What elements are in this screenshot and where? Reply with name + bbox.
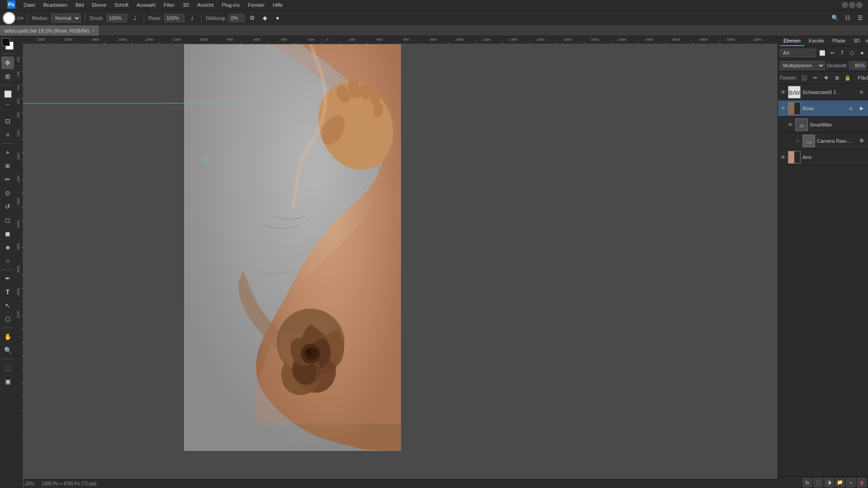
document-tab[interactable]: tattoo.psdc bei 19,2% (Rose, RGB/8#) × bbox=[0, 25, 99, 36]
workspaces-btn[interactable]: ☷ bbox=[843, 13, 853, 23]
menu-filter[interactable]: Filter bbox=[160, 1, 178, 9]
layer-delete-btn[interactable]: 🗑 bbox=[857, 478, 866, 487]
airbrush-toggle[interactable]: ♩ bbox=[130, 13, 140, 23]
menu-ansicht[interactable]: Ansicht bbox=[193, 1, 217, 9]
lock-pixels-btn[interactable]: ✏ bbox=[811, 73, 820, 82]
glaettung-input[interactable]: 0% bbox=[229, 14, 245, 22]
artboard-tool-btn[interactable]: ⊞ bbox=[1, 70, 14, 83]
blur-tool-btn[interactable]: ◈ bbox=[1, 241, 14, 253]
panel-toggle-btn[interactable]: ☰ bbox=[855, 13, 865, 23]
tab-kanaele[interactable]: Kanäle bbox=[805, 36, 828, 46]
layer-group-btn[interactable]: 📁 bbox=[835, 478, 844, 487]
menu-ebene[interactable]: Ebene bbox=[88, 1, 110, 9]
options-bar: 104 Modus: Normal Druck: 100% ♩ Fluss: 1… bbox=[0, 10, 868, 25]
stamp-tool-btn[interactable]: ⊙ bbox=[1, 187, 14, 199]
move-tool-btn[interactable]: ✥ bbox=[1, 56, 14, 69]
filter-text-btn[interactable]: T bbox=[838, 48, 847, 57]
layer-fx-btn[interactable]: fx bbox=[803, 478, 812, 487]
fluss-label: Fluss: bbox=[148, 15, 161, 21]
panel-menu-btn[interactable]: ≡ bbox=[865, 36, 868, 45]
text-tool-btn[interactable]: T bbox=[1, 286, 14, 298]
object-select-tool-btn[interactable]: ⊡ bbox=[1, 115, 14, 127]
menu-schrift[interactable]: Schrift bbox=[111, 1, 132, 9]
shape-tool-btn[interactable]: ⬡ bbox=[1, 313, 14, 325]
menu-bearbeiten[interactable]: Bearbeiten bbox=[40, 1, 71, 9]
svg-rect-108 bbox=[370, 89, 380, 105]
brush-tool-btn[interactable]: ✏ bbox=[1, 173, 14, 186]
layer-schwarzweis[interactable]: 👁 B/W Schwarzweiß 1 fx bbox=[778, 84, 868, 100]
lock-transparency-btn[interactable]: ⬛ bbox=[800, 73, 809, 82]
window-minimize[interactable] bbox=[842, 2, 848, 8]
filter-pixel-btn[interactable]: ⬜ bbox=[818, 48, 827, 57]
smoothing-settings[interactable]: ⚙ bbox=[247, 13, 257, 23]
menu-auswahl[interactable]: Auswahl bbox=[133, 1, 159, 9]
druck-input[interactable]: 100% bbox=[107, 14, 127, 22]
menu-hilfe[interactable]: Hilfe bbox=[269, 1, 286, 9]
crop-tool-btn[interactable]: ⌗ bbox=[1, 128, 14, 141]
path-select-tool-btn[interactable]: ↖ bbox=[1, 299, 14, 312]
layer-eye-rose[interactable]: 👁 bbox=[780, 105, 786, 112]
layer-camera-raw[interactable]: 👁 CR Camera Raw-Filter ⚙ bbox=[778, 133, 868, 149]
history-brush-tool-btn[interactable]: ↺ bbox=[1, 200, 14, 213]
symmetry-toggle[interactable]: ◆ bbox=[260, 13, 270, 23]
window-close[interactable] bbox=[856, 2, 863, 8]
pressure-toggle[interactable]: ● bbox=[273, 13, 283, 23]
menu-bild[interactable]: Bild bbox=[72, 1, 87, 9]
search-btn[interactable]: 🔍 bbox=[830, 13, 840, 23]
layer-style-btn[interactable]: fx bbox=[857, 88, 866, 97]
layer-adjustment-btn[interactable]: ◑ bbox=[825, 478, 834, 487]
dodge-tool-btn[interactable]: ○ bbox=[1, 254, 14, 267]
layer-eye-smartfilter[interactable]: 👁 bbox=[787, 122, 793, 128]
foreground-background-colors[interactable] bbox=[2, 38, 14, 50]
eraser-tool-btn[interactable]: ◻ bbox=[1, 214, 14, 226]
filter-shape-btn[interactable]: ⬡ bbox=[848, 48, 857, 57]
layer-expand-btn[interactable]: ▶ bbox=[857, 104, 866, 113]
layer-blend-mode[interactable]: Multiplizieren bbox=[780, 61, 825, 70]
fluss-input[interactable]: 100% bbox=[164, 14, 184, 22]
layer-mask-btn[interactable]: ⬚ bbox=[814, 478, 823, 487]
layer-search-input[interactable] bbox=[780, 49, 816, 57]
zoom-tool-btn[interactable]: 🔍 bbox=[1, 344, 14, 357]
cursor-indicator[interactable] bbox=[202, 156, 209, 164]
layer-camera-raw-settings[interactable]: ⚙ bbox=[857, 136, 866, 145]
document-tab-close[interactable]: × bbox=[92, 28, 94, 33]
layer-opacity-input[interactable] bbox=[849, 61, 866, 70]
app-logo[interactable]: Ps bbox=[4, 0, 19, 10]
menu-plugins[interactable]: Plug-ins bbox=[218, 1, 243, 9]
svg-text:600: 600 bbox=[254, 38, 260, 42]
tab-pfade[interactable]: Pfade bbox=[829, 36, 849, 46]
flow-toggle[interactable]: ♩ bbox=[187, 13, 197, 23]
pen-tool-btn[interactable]: ✒ bbox=[1, 272, 14, 285]
window-maximize[interactable] bbox=[849, 2, 855, 8]
blend-mode-select[interactable]: Normal bbox=[51, 14, 81, 23]
tab-3d[interactable]: 3D bbox=[850, 36, 863, 46]
layer-smartfilter[interactable]: 👁 SF Smartfilter bbox=[778, 117, 868, 133]
layer-eye-schwarzweis[interactable]: 👁 bbox=[780, 89, 786, 95]
eyedropper-tool-btn[interactable]: ⌖ bbox=[1, 146, 14, 159]
tab-ebenen[interactable]: Ebenen bbox=[780, 36, 804, 46]
right-panel: Ebenen Kanäle Pfade 3D ≡ ⬜ ✏ T ⬡ ★ Multi… bbox=[778, 36, 868, 488]
layer-rose[interactable]: 👁 Rose ◎ ▶ bbox=[778, 100, 868, 117]
quick-mask-btn[interactable]: ⬚ bbox=[1, 361, 14, 374]
lock-row: Fixieren: ⬛ ✏ ✥ ⊞ 🔒 Fläche: bbox=[778, 72, 868, 84]
lasso-tool-btn[interactable]: ⌒ bbox=[1, 101, 14, 114]
filter-smart-btn[interactable]: ★ bbox=[858, 48, 867, 57]
layer-new-btn[interactable]: + bbox=[846, 478, 855, 487]
lock-all-btn[interactable]: 🔒 bbox=[843, 73, 852, 82]
menu-3d[interactable]: 3D bbox=[179, 1, 193, 9]
layer-target-btn[interactable]: ◎ bbox=[846, 104, 855, 113]
lock-artboard-btn[interactable]: ⊞ bbox=[832, 73, 841, 82]
layer-thumb-smartfilter: SF bbox=[795, 118, 808, 131]
gradient-tool-btn[interactable]: ◼ bbox=[1, 227, 14, 240]
screen-mode-btn[interactable]: ▣ bbox=[1, 375, 14, 388]
layer-eye-arm[interactable]: 👁 bbox=[780, 154, 786, 160]
layer-arm[interactable]: 👁 Arm bbox=[778, 149, 868, 165]
menu-fenster[interactable]: Fenster bbox=[244, 1, 268, 9]
hand-tool-btn[interactable]: ✋ bbox=[1, 330, 14, 343]
menu-datei[interactable]: Datei bbox=[20, 1, 39, 9]
spot-heal-tool-btn[interactable]: ⊕ bbox=[1, 160, 14, 172]
marquee-tool-btn[interactable]: ⬜ bbox=[1, 88, 14, 100]
lock-position-btn[interactable]: ✥ bbox=[821, 73, 830, 82]
layer-eye-camera-raw[interactable]: 👁 bbox=[794, 138, 801, 144]
filter-adjust-btn[interactable]: ✏ bbox=[828, 48, 837, 57]
